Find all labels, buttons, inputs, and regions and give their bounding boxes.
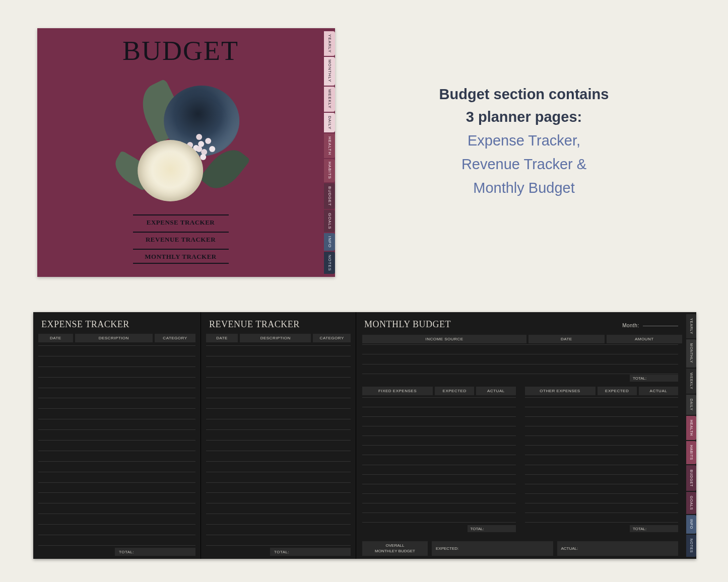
row-line [206, 482, 351, 483]
row-line [362, 426, 516, 426]
income-header: INCOME SOURCE DATE AMOUNT [356, 335, 696, 343]
cover-tab-health[interactable]: HEALTH [324, 133, 335, 158]
table-rows [38, 345, 195, 546]
row-line [206, 492, 351, 493]
cover-tab-notes[interactable]: NOTES [324, 252, 335, 274]
row-line [362, 513, 516, 513]
desc-line: 3 planner pages: [383, 106, 665, 128]
strip-tab-notes[interactable]: NOTES [686, 535, 696, 557]
row-line [525, 493, 679, 494]
total-bar: TOTAL: [270, 548, 351, 556]
row-line [206, 514, 351, 514]
description-block: Budget section contains 3 planner pages:… [383, 83, 665, 199]
page-monthly: MONTHLY BUDGET Month: INCOME SOURCE DATE… [356, 312, 696, 559]
row-line [38, 440, 195, 441]
strip-tab-monthly[interactable]: MONTHLY [686, 339, 696, 368]
total-bar: TOTAL: [115, 548, 195, 556]
row-line [38, 429, 195, 430]
table-rows [206, 345, 351, 546]
table-header: DATE DESCRIPTION CATEGORY [33, 334, 201, 342]
row-line [362, 364, 678, 365]
strip-tab-weekly[interactable]: WEEKLY [686, 369, 696, 394]
other-header: OTHER EXPENSES EXPECTED ACTUAL [525, 387, 679, 395]
cover-tab-budget[interactable]: BUDGET [324, 183, 335, 209]
strip-tab-habits[interactable]: HABITS [686, 441, 696, 464]
row-line [38, 356, 195, 356]
row-line [38, 545, 195, 546]
strip-tab-health[interactable]: HEALTH [686, 416, 696, 440]
month-input-line[interactable] [643, 326, 678, 326]
row-line [362, 474, 516, 475]
row-line [38, 345, 195, 346]
page-expense: EXPENSE TRACKER DATE DESCRIPTION CATEGOR… [33, 312, 201, 559]
monthly-footer: OVERALL MONTHLEY BUDGET EXPECTED: ACTUAL… [362, 541, 678, 556]
overall-line2: MONTHLEY BUDGET [375, 549, 415, 554]
row-line [38, 388, 195, 388]
page-revenue: REVENUE TRACKER DATE DESCRIPTION CATEGOR… [201, 312, 356, 559]
row-line [38, 367, 195, 367]
row-line [206, 367, 351, 367]
row-line [525, 513, 679, 513]
cover-card: BUDGET EXPENSE TRACKER REVENUE TRACKER M… [37, 28, 335, 277]
row-line [525, 397, 679, 398]
row-line [206, 388, 351, 388]
strip-tab-budget[interactable]: BUDGET [686, 465, 696, 490]
cover-tab-monthly[interactable]: MONTHLY [324, 57, 335, 86]
fixed-rows [362, 397, 516, 522]
cover-link-monthly[interactable]: MONTHLY TRACKER [133, 249, 229, 264]
expense-columns: FIXED EXPENSES EXPECTED ACTUAL TOTAL: OT… [356, 382, 696, 532]
row-line [206, 535, 351, 535]
row-line [525, 426, 679, 426]
row-line [206, 377, 351, 378]
row-line [362, 354, 678, 354]
row-line [38, 492, 195, 493]
strip-tab-info[interactable]: INFO [686, 515, 696, 533]
row-line [38, 514, 195, 514]
row-line [206, 356, 351, 356]
col-desc: DESCRIPTION [240, 334, 311, 342]
row-line [38, 377, 195, 378]
row-line [362, 397, 516, 398]
page-title: MONTHLY BUDGET [364, 319, 451, 330]
row-line [525, 465, 679, 465]
row-line [362, 374, 678, 374]
row-line [362, 344, 678, 345]
cover-link-revenue[interactable]: REVENUE TRACKER [133, 232, 229, 247]
col-date: DATE [38, 334, 73, 342]
footer-expected: EXPECTED: [432, 541, 553, 556]
row-line [362, 522, 516, 523]
row-line [38, 503, 195, 503]
desc-line: Expense Tracker, [383, 129, 665, 152]
strip-tab-daily[interactable]: DAILY [686, 395, 696, 415]
strip-tab-yearly[interactable]: YEARLY [686, 314, 696, 338]
desc-line: Revenue Tracker & [383, 153, 665, 176]
cover-tab-yearly[interactable]: YEARLY [324, 31, 335, 56]
cover-link-expense[interactable]: EXPENSE TRACKER [133, 214, 229, 230]
floral-illustration [123, 81, 244, 201]
cover-tab-habits[interactable]: HABITS [324, 159, 335, 182]
cover-tab-goals[interactable]: GOALS [324, 210, 335, 232]
strip-tab-goals[interactable]: GOALS [686, 492, 696, 514]
row-line [525, 407, 679, 407]
row-line [38, 451, 195, 451]
overall-budget-cell: OVERALL MONTHLEY BUDGET [362, 541, 428, 556]
cover-tab-info[interactable]: INFO [324, 233, 335, 251]
col-other: OTHER EXPENSES [525, 387, 595, 395]
month-label-text: Month: [622, 323, 639, 328]
row-line [525, 455, 679, 455]
row-line [525, 435, 679, 436]
overall-line1: OVERALL [386, 543, 405, 548]
col-cat: CATEGORY [313, 334, 351, 342]
row-line [525, 416, 679, 417]
row-line [206, 503, 351, 503]
row-line [38, 524, 195, 525]
row-line [38, 461, 195, 462]
row-line [362, 465, 516, 465]
cover-tab-weekly[interactable]: WEEKLY [324, 87, 335, 112]
row-line [38, 408, 195, 409]
cover-tab-daily[interactable]: DAILY [324, 113, 335, 132]
row-line [362, 416, 516, 417]
page-title: EXPENSE TRACKER [33, 312, 201, 334]
row-line [206, 398, 351, 398]
row-line [206, 524, 351, 525]
